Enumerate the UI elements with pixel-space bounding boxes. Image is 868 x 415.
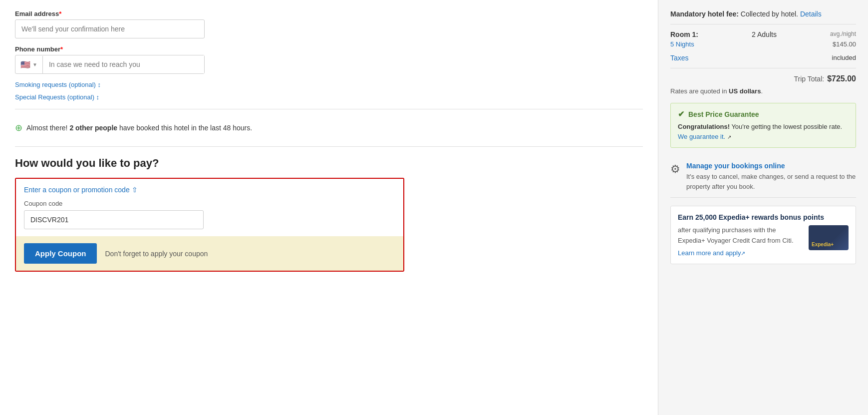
left-panel: Email address* Phone number* 🇺🇸 ▼ Smokin…	[0, 0, 658, 415]
us-flag-icon: 🇺🇸	[20, 60, 30, 69]
room1-label: Room 1:	[670, 30, 698, 38]
nights-link[interactable]: 5 Nights	[670, 40, 694, 48]
trip-total-label: Trip Total:	[794, 75, 824, 83]
best-price-box: ✔ Best Price Guarantee Congratulations! …	[670, 103, 856, 148]
mandatory-fee-row: Mandatory hotel fee: Collected by hotel.…	[670, 10, 856, 24]
checkmark-icon: ✔	[678, 109, 684, 119]
phone-flag-selector[interactable]: 🇺🇸 ▼	[15, 56, 43, 73]
trip-total-row: Trip Total: $725.00	[670, 74, 856, 83]
usd-note: Rates are quoted in US dollars.	[670, 87, 856, 95]
coupon-reminder-text: Don't forget to apply your coupon	[105, 250, 208, 258]
room-info-table: Room 1: 2 Adults avg./night 5 Nights $14…	[670, 30, 856, 48]
best-price-title: Best Price Guarantee	[688, 110, 759, 118]
taxes-row: Taxes included	[670, 54, 856, 68]
taxes-value: included	[832, 54, 856, 62]
usd-bold: US dollars	[729, 87, 761, 95]
card-logo: Expedia+	[812, 242, 846, 247]
divider-2	[15, 146, 643, 147]
rewards-card: Expedia+	[809, 225, 849, 250]
taxes-label[interactable]: Taxes	[670, 54, 689, 62]
apply-coupon-button[interactable]: Apply Coupon	[24, 243, 97, 264]
room1-adults: 2 Adults	[752, 30, 777, 38]
urgency-text: Almost there! 2 other people have booked…	[26, 124, 252, 132]
phone-label: Phone number*	[15, 45, 643, 53]
best-price-text: Congratulations! You're getting the lowe…	[678, 122, 849, 141]
mandatory-fee-sub: Collected by hotel.	[741, 10, 798, 18]
coupon-top: Enter a coupon or promotion code ⇧ Coupo…	[16, 179, 403, 236]
urgency-icon: ⊕	[15, 122, 22, 133]
urgency-count: 2 other people	[69, 124, 117, 132]
rewards-learn-link[interactable]: Learn more and apply↗	[678, 249, 803, 257]
coupon-bottom: Apply Coupon Don't forget to apply your …	[16, 236, 403, 271]
phone-input-row: 🇺🇸 ▼	[15, 55, 205, 74]
external-icon: ↗	[741, 250, 745, 256]
gear-icon: ⚙	[670, 163, 680, 176]
right-panel: Mandatory hotel fee: Collected by hotel.…	[658, 0, 868, 415]
coupon-section: Enter a coupon or promotion code ⇧ Coupo…	[15, 178, 404, 272]
rewards-text: after qualifying purchases with the Expe…	[678, 225, 803, 246]
guarantee-link[interactable]: We guarantee it.	[678, 133, 725, 140]
nights-row: 5 Nights $145.00	[670, 40, 856, 48]
email-field-group: Email address*	[15, 10, 643, 38]
manage-content: Manage your bookings online It's easy to…	[686, 162, 856, 191]
special-requests-link[interactable]: Special Requests (optional) ↕	[15, 93, 643, 101]
manage-text: It's easy to cancel, make changes, or se…	[686, 172, 856, 191]
pay-heading: How would you like to pay?	[15, 157, 643, 170]
avg-night-label: avg./night	[830, 30, 856, 38]
rewards-text-col: after qualifying purchases with the Expe…	[678, 225, 803, 257]
email-input[interactable]	[15, 19, 205, 38]
rewards-box: Earn 25,000 Expedia+ rewards bonus point…	[670, 206, 856, 264]
chevron-down-icon: ▼	[32, 62, 37, 67]
divider-1	[15, 109, 643, 109]
manage-title[interactable]: Manage your bookings online	[686, 162, 856, 170]
email-required: *	[59, 10, 61, 17]
trip-total-amount: $725.00	[827, 74, 856, 83]
smoking-requests-link[interactable]: Smoking requests (optional) ↕	[15, 81, 643, 88]
mandatory-fee-details-link[interactable]: Details	[800, 10, 822, 18]
best-price-title-row: ✔ Best Price Guarantee	[678, 109, 849, 119]
nights-price: $145.00	[833, 40, 856, 48]
phone-required: *	[60, 45, 63, 53]
coupon-input[interactable]	[24, 210, 204, 229]
phone-input[interactable]	[43, 55, 204, 73]
coupon-label: Coupon code	[24, 200, 395, 207]
mandatory-fee-label: Mandatory hotel fee:	[670, 10, 739, 18]
urgency-bar: ⊕ Almost there! 2 other people have book…	[15, 117, 643, 138]
rewards-content: after qualifying purchases with the Expe…	[678, 225, 849, 257]
room1-row: Room 1: 2 Adults avg./night	[670, 30, 856, 38]
rewards-title: Earn 25,000 Expedia+ rewards bonus point…	[678, 213, 849, 221]
best-price-congrats: Congratulations!	[678, 123, 730, 130]
email-label: Email address*	[15, 10, 643, 17]
external-link-icon: ↗	[727, 134, 731, 140]
coupon-toggle-link[interactable]: Enter a coupon or promotion code ⇧	[24, 186, 138, 194]
manage-bookings-box: ⚙ Manage your bookings online It's easy …	[670, 156, 856, 198]
phone-field-group: Phone number* 🇺🇸 ▼	[15, 45, 643, 74]
